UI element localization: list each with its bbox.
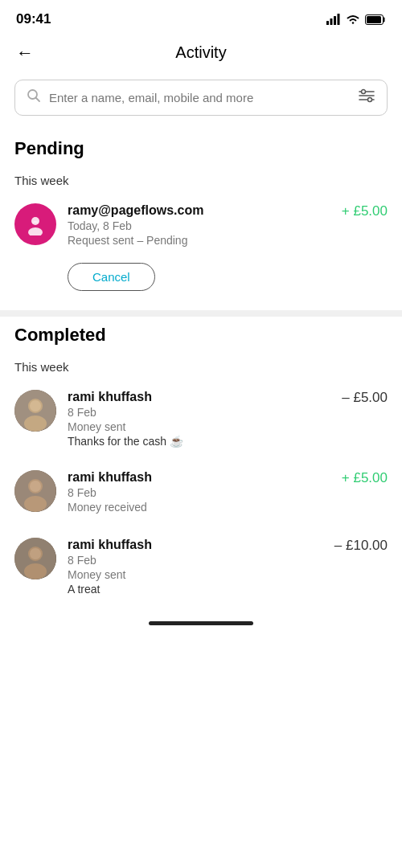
svg-point-12 xyxy=(368,98,372,102)
svg-rect-5 xyxy=(367,16,381,23)
completed-section: Completed This week rami khuffash 8 Feb … xyxy=(0,317,402,607)
completed-name-1: rami khuffash xyxy=(68,390,330,404)
completed-note-3: A treat xyxy=(68,583,323,596)
svg-point-14 xyxy=(28,227,43,235)
completed-transaction-item-3: rami khuffash 8 Feb Money sent A treat –… xyxy=(0,526,402,607)
completed-name-3: rami khuffash xyxy=(68,538,323,552)
completed-status-1: Money sent xyxy=(68,420,330,433)
status-bar: 09:41 xyxy=(0,0,402,35)
status-time: 09:41 xyxy=(16,11,51,27)
completed-transaction-item-2: rami khuffash 8 Feb Money received + £5.… xyxy=(0,459,402,526)
pending-date: Today, 8 Feb xyxy=(68,219,330,232)
completed-name-2: rami khuffash xyxy=(68,470,330,485)
completed-amount-3: – £10.00 xyxy=(334,538,388,554)
pending-status: Request sent – Pending xyxy=(68,234,330,247)
completed-status-3: Money sent xyxy=(68,568,323,581)
pending-transaction-item: ramy@pageflows.com Today, 8 Feb Request … xyxy=(0,192,402,260)
completed-date-3: 8 Feb xyxy=(68,554,323,567)
signal-icon xyxy=(326,14,341,25)
completed-avatar-1 xyxy=(14,390,56,432)
pending-tx-info: ramy@pageflows.com Today, 8 Feb Request … xyxy=(68,203,330,248)
completed-note-1: Thanks for the cash ☕ xyxy=(68,435,330,448)
header: ← Activity xyxy=(0,35,402,73)
page-title: Activity xyxy=(175,43,226,62)
search-bar xyxy=(14,80,388,116)
cancel-button[interactable]: Cancel xyxy=(68,263,155,291)
completed-title: Completed xyxy=(0,317,402,349)
svg-point-21 xyxy=(24,496,47,512)
completed-tx-info-1: rami khuffash 8 Feb Money sent Thanks fo… xyxy=(68,390,330,448)
completed-week-label: This week xyxy=(0,349,402,379)
completed-tx-info-3: rami khuffash 8 Feb Money sent A treat xyxy=(68,538,323,596)
svg-point-22 xyxy=(30,481,41,492)
svg-point-26 xyxy=(30,548,41,559)
wifi-icon xyxy=(346,14,360,25)
pending-avatar xyxy=(14,203,56,245)
svg-rect-1 xyxy=(330,18,333,25)
svg-point-18 xyxy=(30,400,41,411)
completed-avatar-3 xyxy=(14,538,56,579)
svg-line-7 xyxy=(36,98,40,102)
pending-email: ramy@pageflows.com xyxy=(68,203,330,218)
svg-point-17 xyxy=(24,416,47,432)
pending-week-label: This week xyxy=(0,162,402,192)
pending-title: Pending xyxy=(0,130,402,162)
cancel-button-wrap: Cancel xyxy=(0,260,402,304)
status-icons xyxy=(326,14,386,25)
back-button[interactable]: ← xyxy=(16,43,34,63)
completed-transaction-item: rami khuffash 8 Feb Money sent Thanks fo… xyxy=(0,379,402,459)
svg-rect-2 xyxy=(334,16,336,25)
svg-point-11 xyxy=(362,90,366,94)
home-bar xyxy=(149,621,253,625)
completed-status-2: Money received xyxy=(68,501,330,514)
svg-rect-0 xyxy=(326,21,329,25)
home-indicator xyxy=(0,607,402,633)
svg-rect-3 xyxy=(338,14,340,25)
search-icon xyxy=(27,88,41,107)
search-input[interactable] xyxy=(49,91,350,104)
completed-amount-1: – £5.00 xyxy=(342,390,388,406)
completed-avatar-2 xyxy=(14,470,56,512)
completed-tx-info-2: rami khuffash 8 Feb Money received xyxy=(68,470,330,515)
battery-icon xyxy=(365,14,386,25)
completed-date-2: 8 Feb xyxy=(68,486,330,499)
section-divider xyxy=(0,310,402,317)
pending-section: Pending This week ramy@pageflows.com Tod… xyxy=(0,130,402,304)
svg-point-25 xyxy=(24,563,47,579)
completed-date-1: 8 Feb xyxy=(68,406,330,419)
completed-amount-2: + £5.00 xyxy=(342,470,388,486)
filter-icon[interactable] xyxy=(358,88,375,107)
pending-amount: + £5.00 xyxy=(342,203,388,219)
